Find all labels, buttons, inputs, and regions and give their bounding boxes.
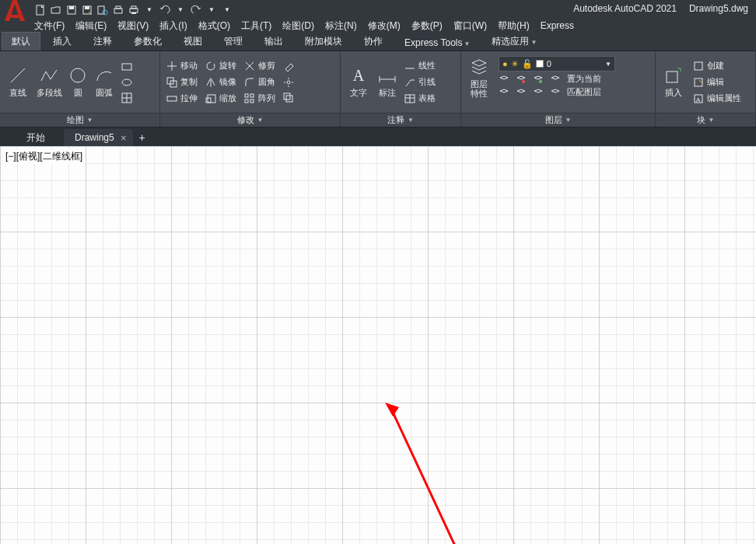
redo-dd-icon[interactable]: ▼ [205,4,218,16]
menu-view[interactable]: 视图(V) [117,19,149,33]
dim-button[interactable]: 标注 [376,65,398,99]
move-icon [166,61,177,71]
rtab-default[interactable]: 默认 [2,32,40,51]
menu-modify[interactable]: 修改(M) [368,19,401,33]
block-attr-button[interactable]: A编辑属性 [691,92,743,105]
layer-tool-icon[interactable] [516,87,530,98]
layer-tool-icon[interactable] [550,87,564,98]
offset-icon[interactable] [283,92,294,103]
new-icon[interactable] [34,4,47,16]
viewport-label[interactable]: [−][俯视][二维线框] [3,149,85,164]
rtab-manage[interactable]: 管理 [215,33,252,51]
menu-param[interactable]: 参数(P) [411,19,443,33]
mirror-button[interactable]: 镜像 [204,75,238,89]
mirror-icon [205,77,216,88]
rtab-express[interactable]: Express Tools▼ [395,35,479,51]
panel-annotate: A 文字 标注 线性 引线 表格 注释▼ [341,51,461,127]
polyline-button[interactable]: 多段线 [36,65,62,99]
svg-point-15 [122,79,131,85]
layer-props-button[interactable]: 图层 特性 [466,56,492,98]
linear-button[interactable]: 线性 [403,59,437,72]
rect-icon[interactable] [121,61,132,72]
menu-express[interactable]: Express [541,20,574,31]
open-icon[interactable] [50,4,62,16]
svg-rect-22 [206,98,211,103]
drawing-area[interactable]: [−][俯视][二维线框] [0,146,756,544]
menu-draw[interactable]: 绘图(D) [282,19,314,33]
stretch-button[interactable]: 拉伸 [165,92,199,105]
insert-block-button[interactable]: 插入 [660,65,687,99]
save-icon[interactable] [65,4,78,16]
chevron-down-icon[interactable]: ▼ [87,117,93,124]
redo-icon[interactable] [190,4,202,16]
fillet-button[interactable]: 圆角 [243,75,277,89]
chevron-down-icon[interactable]: ▼ [408,117,414,124]
layer-tool-icon[interactable] [499,87,513,98]
menu-insert[interactable]: 插入(I) [159,19,187,33]
web-icon[interactable] [96,4,109,16]
trim-button[interactable]: 修剪 [243,59,277,72]
move-button[interactable]: 移动 [165,59,199,72]
undo-icon[interactable] [159,4,171,16]
layer-tool-icon[interactable] [499,74,513,85]
array-button[interactable]: 阵列 [243,92,277,105]
chevron-down-icon: ▼ [605,61,611,68]
scale-button[interactable]: 缩放 [204,92,238,105]
circle-button[interactable]: 圆 [67,65,89,99]
leader-button[interactable]: 引线 [403,75,437,89]
add-tab-button[interactable]: + [133,129,152,146]
menu-dim[interactable]: 标注(N) [325,19,357,33]
svg-rect-41 [695,62,702,70]
stretch-icon [166,93,177,104]
erase-icon[interactable] [283,61,294,72]
match-layer-button[interactable]: 匹配图层 [567,86,601,98]
print-icon[interactable] [128,4,140,16]
saveas-icon[interactable] [81,4,93,16]
chevron-down-icon[interactable]: ▼ [565,117,572,124]
rtab-output[interactable]: 输出 [255,33,292,51]
layer-tool-icon[interactable] [533,74,547,85]
chevron-down-icon[interactable]: ▼ [257,117,264,124]
qat-more-icon[interactable]: ▼ [221,4,233,16]
rtab-view[interactable]: 视图 [174,33,212,51]
app-logo[interactable] [0,0,30,26]
rtab-collab[interactable]: 协作 [355,33,392,51]
tab-start[interactable]: 开始 [16,129,64,146]
text-button[interactable]: A 文字 [345,65,372,99]
menu-edit[interactable]: 编辑(E) [75,19,107,33]
menu-help[interactable]: 帮助(H) [498,19,530,33]
ellipse-icon[interactable] [121,77,132,88]
tab-drawing[interactable]: Drawing5 × [64,129,133,146]
copy-button[interactable]: 复制 [165,75,199,89]
layer-tool-icon[interactable] [516,74,530,85]
hatch-icon[interactable] [121,92,132,103]
menu-file[interactable]: 文件(F) [34,19,65,33]
insert-block-icon [663,65,684,85]
rtab-addon[interactable]: 附加模块 [296,33,352,51]
set-current-button[interactable]: 置为当前 [567,73,601,85]
layer-tool-icon[interactable] [550,74,564,85]
undo-dd-icon[interactable]: ▼ [174,4,187,16]
table-button[interactable]: 表格 [403,92,437,105]
plot-icon[interactable] [112,4,124,16]
block-create-button[interactable]: 创建 [691,59,743,72]
arc-button[interactable]: 圆弧 [93,65,115,99]
menu-window[interactable]: 窗口(W) [453,19,487,33]
rtab-insert[interactable]: 插入 [44,33,81,51]
explode-icon[interactable] [283,77,294,88]
menu-format[interactable]: 格式(O) [198,19,230,33]
rotate-button[interactable]: 旋转 [204,59,238,72]
close-icon[interactable]: × [121,132,127,144]
layer-combo[interactable]: ● ☀ 🔓 0 ▼ [499,56,615,71]
dropdown-icon[interactable]: ▼ [143,4,156,16]
rtab-param[interactable]: 参数化 [124,33,171,51]
chevron-down-icon[interactable]: ▼ [709,117,715,124]
block-edit-button[interactable]: 编辑 [691,75,743,89]
layer-tool-icon[interactable] [533,87,547,98]
menu-tools[interactable]: 工具(T) [241,19,271,33]
rtab-featured[interactable]: 精选应用▼ [482,33,546,51]
draw-extra [120,60,134,105]
rtab-annotate[interactable]: 注释 [84,33,121,51]
line-button[interactable]: 直线 [5,65,31,99]
svg-rect-11 [131,12,136,14]
